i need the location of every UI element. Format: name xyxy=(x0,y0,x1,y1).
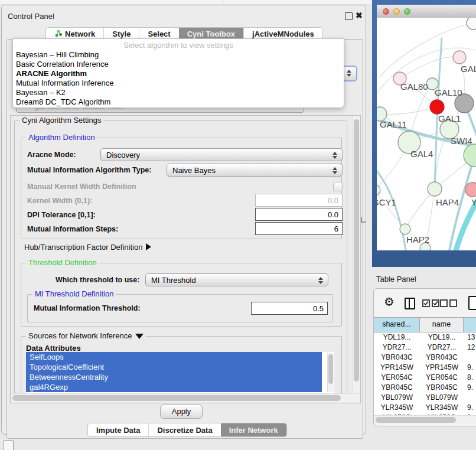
attribute-list-scrollbar[interactable] xyxy=(327,353,334,392)
network-node[interactable] xyxy=(453,51,466,64)
table-header-row: shared...nameA xyxy=(374,317,476,332)
manual-kernel-checkbox[interactable] xyxy=(333,182,343,191)
table-row[interactable]: YDL19...YDL19...13 xyxy=(374,332,476,343)
tab-discretize-data[interactable]: Discretize Data xyxy=(148,423,220,436)
toolbar-divider xyxy=(223,0,223,4)
hub-definition-label: Hub/Transcription Factor Definition xyxy=(24,243,142,252)
columns-icon[interactable] xyxy=(405,298,415,309)
network-node-label: GAL80 xyxy=(400,81,428,92)
table-cell: YDL19... xyxy=(420,332,464,343)
deselect-all-checkboxes-icon[interactable] xyxy=(440,299,458,307)
column-header-a[interactable]: A xyxy=(464,318,476,332)
data-attributes-label: Data Attributes xyxy=(26,344,81,353)
table-cell: 9. xyxy=(464,383,476,393)
network-canvas[interactable]: GALGAL80GAL10GAL11GAL1SWI4GAL4GCY1HAP4YH… xyxy=(377,18,476,250)
network-node[interactable] xyxy=(430,100,444,114)
close-traffic-light-icon[interactable] xyxy=(383,8,389,15)
close-icon[interactable]: ✖ xyxy=(356,11,363,19)
algorithm-item-dream8-dc-tdc-algorithm[interactable]: Dream8 DC_TDC Algorithm xyxy=(13,97,344,107)
zoom-traffic-light-icon[interactable] xyxy=(404,8,410,15)
algorithm-item-mutual-information-inference[interactable]: Mutual Information Inference xyxy=(13,79,344,88)
panel-resize-handle[interactable] xyxy=(361,217,366,223)
tab-impute-data[interactable]: Impute Data xyxy=(88,423,148,436)
table-row[interactable]: YBR045CYBR045C9. xyxy=(374,383,476,393)
table-cell: YER054C xyxy=(420,373,464,383)
dpi-tolerance-field[interactable]: 0.0 xyxy=(255,208,343,221)
tab-label: Network xyxy=(65,30,95,38)
tab-label: Discretize Data xyxy=(157,426,212,435)
hub-definition-expander[interactable]: Hub/Transcription Factor Definition xyxy=(24,243,151,252)
float-window-icon[interactable] xyxy=(345,12,353,20)
network-window-titlebar[interactable] xyxy=(377,5,476,18)
table-row[interactable]: YBL079WYBL079W xyxy=(374,393,476,403)
table-row[interactable]: YER054CYER054C8. xyxy=(374,373,476,383)
minimize-traffic-light-icon[interactable] xyxy=(393,8,400,15)
algorithm-item-basic-correlation-inference[interactable]: Basic Correlation Inference xyxy=(13,60,344,69)
network-node-label: GAL11 xyxy=(380,119,407,129)
file-icon[interactable] xyxy=(468,296,476,310)
table-cell: YBR043C xyxy=(420,353,464,363)
algorithm-item-bayesian-k2[interactable]: Bayesian – K2 xyxy=(13,88,344,97)
mi-steps-field[interactable]: 6 xyxy=(255,222,343,235)
network-node[interactable] xyxy=(467,18,476,30)
kernel-width-field[interactable]: 0.0 xyxy=(255,194,343,207)
table-cell: YDR27... xyxy=(420,343,464,353)
settings-horizontal-scrollbar[interactable] xyxy=(11,393,360,402)
mi-type-value: Naive Bayes xyxy=(172,166,216,175)
kernel-width-label: Kernel Width (0,1): xyxy=(27,197,92,205)
settings-vertical-scrollbar[interactable] xyxy=(352,116,360,393)
mi-threshold-label: Mutual Information Threshold: xyxy=(34,304,141,312)
table-cell: YBR043C xyxy=(374,353,420,363)
algorithm-item-bayesian-hill-climbing[interactable]: Bayesian – Hill Climbing xyxy=(13,50,344,60)
collapse-arrow-icon xyxy=(135,334,144,339)
which-threshold-combo[interactable]: MI Threshold xyxy=(145,273,328,286)
network-icon xyxy=(54,29,62,39)
mi-threshold-definition-title: MI Threshold Definition xyxy=(32,290,116,298)
which-threshold-label: Which threshold to use: xyxy=(56,276,139,284)
table-cell: 8. xyxy=(464,373,476,383)
network-node[interactable] xyxy=(377,185,380,195)
collapsed-panel-icon[interactable] xyxy=(4,440,14,450)
sources-title: Sources for Network Inference xyxy=(26,332,146,340)
table-row[interactable]: YDR27...YDR27...12 xyxy=(374,343,476,353)
which-threshold-value: MI Threshold xyxy=(151,276,196,285)
algorithm-item-aracne-algorithm[interactable]: ARACNE Algorithm xyxy=(13,69,344,79)
network-node[interactable] xyxy=(400,224,410,234)
attribute-item-gal4rgexp[interactable]: gal4RGexp xyxy=(26,382,322,392)
table-cell: YPR145W xyxy=(374,363,420,373)
data-attributes-list: SelfLoopsTopologicalCoefficientBetweenne… xyxy=(26,352,334,393)
table-cell: YBL079W xyxy=(420,393,464,403)
table-row[interactable]: YBR043CYBR043C xyxy=(374,353,476,363)
table-row[interactable]: YPR145WYPR145W9. xyxy=(374,363,476,373)
table-horizontal-scrollbar[interactable] xyxy=(374,415,476,424)
tab-label: Infer Network xyxy=(229,426,278,435)
table-body: YDL19...YDL19...13YDR27...YDR27...12YBR0… xyxy=(374,332,476,415)
column-header-name[interactable]: name xyxy=(420,318,464,332)
mi-steps-label: Mutual Information Steps: xyxy=(27,225,118,233)
mi-threshold-definition-group: MI Threshold Definition Mutual Informati… xyxy=(27,294,333,322)
table-row[interactable]: YLR345WYLR345W9. xyxy=(374,403,476,413)
mi-algorithm-type-combo[interactable]: Naive Bayes xyxy=(167,164,343,177)
aracne-mode-combo[interactable]: Discovery xyxy=(100,148,343,161)
column-header-shared[interactable]: shared... xyxy=(374,318,420,332)
attribute-item-betweennesscentrality[interactable]: BetweennessCentrality xyxy=(26,372,322,382)
attribute-item-topologicalcoefficient[interactable]: TopologicalCoefficient xyxy=(26,362,322,372)
network-node[interactable] xyxy=(465,182,476,197)
cyni-bottom-tabs: Impute DataDiscretize DataInfer Network xyxy=(87,423,287,437)
apply-button[interactable]: Apply xyxy=(160,405,203,419)
aracne-mode-value: Discovery xyxy=(106,151,140,159)
table-cell xyxy=(464,353,476,363)
table-cell: YDR27... xyxy=(374,343,420,353)
algorithm-items: Bayesian – Hill ClimbingBasic Correlatio… xyxy=(13,50,344,107)
gear-icon[interactable]: ⚙ xyxy=(384,294,395,309)
attribute-item-selfloops[interactable]: SelfLoops xyxy=(26,352,322,362)
table-cell: YDL19... xyxy=(374,332,420,343)
network-node[interactable] xyxy=(428,182,442,196)
table-panel: ⚙ shared...nameA YDL19...YDL19...13YDR27… xyxy=(373,288,476,426)
tab-infer-network[interactable]: Infer Network xyxy=(221,423,286,436)
sources-title-text: Sources for Network Inference xyxy=(28,331,132,340)
network-node-label: GAL4 xyxy=(410,149,433,159)
network-node-label: Y xyxy=(471,197,476,207)
select-all-checkboxes-icon[interactable] xyxy=(422,299,440,307)
mi-threshold-field[interactable]: 0.5 xyxy=(251,302,328,315)
